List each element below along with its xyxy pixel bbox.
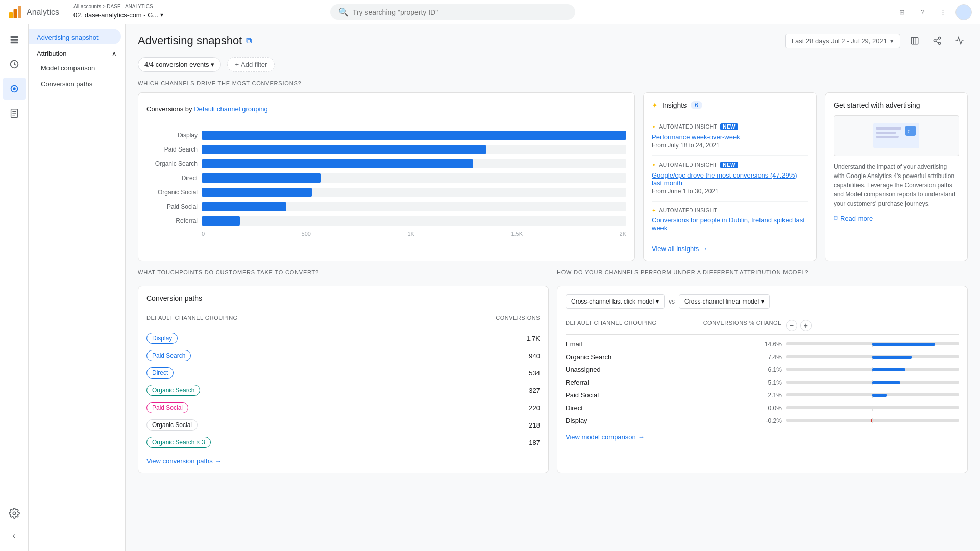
model-bar-container (786, 406, 959, 411)
bar-track (202, 131, 626, 140)
section-heading-attribution-model: HOW DO YOUR CHANNELS PERFORM UNDER A DIF… (557, 269, 968, 276)
increase-scale-button[interactable]: + (800, 320, 812, 331)
search-bar[interactable]: 🔍 (330, 4, 575, 20)
conv-count: 940 (529, 352, 540, 360)
model-pct-value: 5.1% (695, 379, 786, 386)
sidebar-collapse-button[interactable]: ‹ (3, 524, 26, 547)
avatar[interactable] (955, 4, 972, 20)
conv-count: 534 (529, 369, 540, 377)
insight-label: ✦ AUTOMATED INSIGHT New (652, 162, 808, 168)
bar-scale-controls: − + (786, 320, 812, 331)
top-nav-actions: ⊞ ? ⋮ (894, 4, 972, 20)
apps-icon-button[interactable]: ⊞ (894, 4, 911, 20)
search-input[interactable] (353, 8, 567, 16)
sidebar-icon-settings[interactable] (3, 502, 26, 524)
bar-fill (202, 202, 286, 211)
conv-count: 218 (529, 421, 540, 429)
conv-chip[interactable]: Direct (146, 367, 174, 379)
insight-icon: ✦ (652, 162, 656, 168)
model-channel-label: Referral (566, 379, 695, 386)
logo: Analytics (8, 5, 59, 19)
insight-link[interactable]: Conversions for people in Dublin, Irelan… (652, 216, 808, 232)
section-heading-touchpoints: WHAT TOUCHPOINTS DO CUSTOMERS TAKE TO CO… (138, 269, 549, 276)
model-bar-container (786, 355, 959, 360)
bar-fill (202, 216, 240, 226)
search-icon: 🔍 (338, 7, 349, 17)
model1-selector[interactable]: Cross-channel last click model ▾ (566, 294, 665, 309)
insight-items-container: ✦ AUTOMATED INSIGHT New Performance week… (652, 117, 808, 239)
property-selector[interactable]: 02. dase-analytics-com - G... ▾ (69, 9, 167, 21)
conv-count: 327 (529, 387, 540, 394)
help-icon-button[interactable]: ? (915, 4, 931, 20)
bar-label: Organic Search (146, 160, 198, 167)
page-title: Advertising snapshot ⧉ (138, 34, 252, 47)
conv-chip[interactable]: Organic Search × 3 (146, 437, 211, 448)
conv-chip[interactable]: Display (146, 333, 178, 344)
report-settings-button[interactable] (906, 33, 923, 49)
conv-path-rows: Display 1.7K Paid Search 940 Direct 534 … (146, 330, 540, 451)
chevron-down-icon: ▾ (890, 37, 894, 45)
read-more-link[interactable]: ⧉ Read more (834, 214, 959, 222)
nav-item-model-comparison[interactable]: Model comparison (29, 60, 121, 76)
main-content: Advertising snapshot ⧉ Last 28 days Jul … (126, 24, 980, 551)
conv-chip[interactable]: Paid Social (146, 402, 188, 413)
model-selectors: Cross-channel last click model ▾ vs Cros… (566, 294, 959, 309)
conversion-events-filter[interactable]: 4/4 conversion events ▾ (138, 57, 221, 72)
sidebar-icon-reports[interactable] (3, 102, 26, 124)
insight-link[interactable]: Google/cpc drove the most conversions (4… (652, 171, 808, 187)
conv-chip[interactable]: Paid Search (146, 350, 191, 361)
insights-title: Insights (662, 101, 687, 109)
add-filter-button[interactable]: + Add filter (227, 57, 275, 72)
nav-item-advertising-snapshot[interactable]: Advertising snapshot (29, 29, 121, 44)
decrease-scale-button[interactable]: − (786, 320, 797, 331)
model-channel-label: Organic Search (566, 353, 695, 361)
conv-path-row: Direct 534 (146, 364, 540, 382)
model-pct-value: 2.1% (695, 392, 786, 399)
insight-label: ✦ AUTOMATED INSIGHT New (652, 123, 808, 130)
conv-chip[interactable]: Organic Social (146, 419, 198, 431)
arrow-right-icon: → (215, 457, 222, 465)
view-conversion-paths-link[interactable]: View conversion paths → (146, 457, 540, 465)
external-link-icon: ⧉ (834, 214, 838, 222)
insights-icon: ✦ (652, 101, 658, 109)
bar-fill (202, 173, 321, 183)
svg-point-18 (938, 42, 941, 45)
chart-title: Conversions by Default channel grouping (146, 105, 268, 115)
view-all-insights-link[interactable]: View all insights → (652, 245, 808, 253)
nav-item-conversion-paths[interactable]: Conversion paths (29, 76, 121, 92)
compare-button[interactable] (951, 33, 968, 49)
share-button[interactable] (929, 33, 945, 49)
svg-point-17 (934, 40, 936, 42)
model-comparison-row: Organic Search 7.4% (566, 350, 959, 363)
sidebar-bottom: ‹ (3, 502, 26, 547)
chevron-down-icon: ▾ (211, 61, 214, 68)
conv-chip[interactable]: Organic Search (146, 385, 200, 396)
insight-link[interactable]: Performance week-over-week (652, 133, 808, 141)
insights-count-badge: 6 (691, 101, 702, 109)
view-model-comparison-link[interactable]: View model comparison → (566, 433, 959, 441)
date-range-selector[interactable]: Last 28 days Jul 2 - Jul 29, 2021 ▾ (785, 34, 900, 48)
sidebar-icon-advertising[interactable] (3, 78, 26, 100)
conv-count: 1.7K (526, 335, 540, 342)
insights-header: ✦ Insights 6 (652, 101, 808, 109)
conv-path-row: Paid Social 220 (146, 399, 540, 416)
chevron-down-icon: ▾ (160, 11, 163, 18)
model2-selector[interactable]: Cross-channel linear model ▾ (679, 294, 770, 309)
svg-rect-13 (911, 37, 918, 44)
svg-line-20 (936, 39, 938, 40)
bar-row: Paid Social (146, 202, 626, 211)
bar-row: Direct (146, 173, 626, 183)
conv-path-row: Organic Search × 3 187 (146, 434, 540, 451)
sidebar-icon-home[interactable] (3, 29, 26, 51)
conv-count: 187 (529, 439, 540, 446)
sidebar-icon-realtime[interactable] (3, 53, 26, 76)
nav-section-attribution[interactable]: Attribution ∧ (29, 44, 125, 60)
get-started-title: Get started with advertising (834, 101, 959, 109)
conversion-paths-title: Conversion paths (146, 294, 540, 303)
svg-rect-4 (10, 39, 18, 41)
bar-track (202, 145, 626, 154)
bar-label: Direct (146, 174, 198, 182)
nav-panel: Advertising snapshot Attribution ∧ Model… (29, 24, 126, 551)
external-link-icon[interactable]: ⧉ (246, 36, 252, 45)
more-options-button[interactable]: ⋮ (935, 4, 951, 20)
